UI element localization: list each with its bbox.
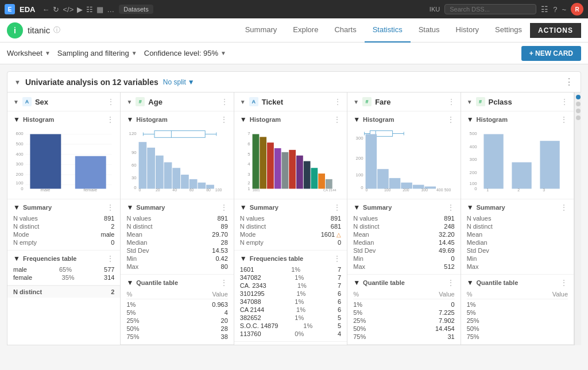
age-hist-more[interactable]: ⋮ bbox=[220, 115, 228, 124]
pclass-quant-more[interactable]: ⋮ bbox=[560, 278, 568, 287]
sex-freq-collapse[interactable]: ▼ bbox=[13, 255, 20, 263]
confidence-label: Confidence level: 95% bbox=[144, 49, 218, 57]
sex-collapse-icon[interactable]: ▼ bbox=[13, 99, 19, 105]
ticket-hist-collapse[interactable]: ▼ bbox=[240, 115, 247, 124]
no-split-button[interactable]: No split ▼ bbox=[163, 78, 195, 86]
svg-text:0: 0 bbox=[361, 185, 364, 190]
activity-icon[interactable]: ~ bbox=[562, 5, 566, 14]
sex-freq-header: ▼ Frequencies table ⋮ bbox=[13, 254, 114, 263]
ticket-sum-collapse[interactable]: ▼ bbox=[240, 203, 247, 211]
sex-ndistinct-row: N distinct 2 bbox=[13, 222, 114, 230]
age-more-icon[interactable]: ⋮ bbox=[221, 98, 228, 106]
scroll-dot-2[interactable] bbox=[576, 102, 581, 106]
ticket-collapse-icon[interactable]: ▼ bbox=[240, 99, 246, 105]
pclass-sum-collapse[interactable]: ▼ bbox=[467, 203, 474, 211]
scroll-dot-3[interactable] bbox=[576, 109, 581, 113]
ticket-hist-title: Histogram bbox=[250, 116, 281, 123]
tab-status[interactable]: Status bbox=[411, 18, 448, 43]
section-more-icon[interactable]: ⋮ bbox=[564, 76, 574, 87]
pclass-histogram: 500 400 300 200 100 0 1 2 bbox=[467, 126, 568, 195]
fare-quant-more[interactable]: ⋮ bbox=[447, 278, 455, 287]
fare-quant-collapse[interactable]: ▼ bbox=[353, 279, 360, 287]
sex-nvalues-value: 891 bbox=[104, 215, 114, 222]
nav-icon-play[interactable]: ▶ bbox=[77, 5, 83, 14]
ticket-hist-more[interactable]: ⋮ bbox=[333, 115, 341, 124]
svg-text:400: 400 bbox=[436, 188, 443, 192]
sex-freq-more[interactable]: ⋮ bbox=[106, 254, 114, 263]
info-icon: ⓘ bbox=[53, 25, 60, 35]
age-quant-collapse[interactable]: ▼ bbox=[126, 279, 133, 287]
tab-settings[interactable]: Settings bbox=[487, 18, 530, 43]
sex-sum-more[interactable]: ⋮ bbox=[106, 203, 114, 212]
age-sum-more[interactable]: ⋮ bbox=[220, 203, 228, 212]
nav-icon-code[interactable]: </> bbox=[63, 5, 74, 14]
search-input[interactable] bbox=[444, 4, 536, 14]
fare-more-icon[interactable]: ⋮ bbox=[448, 98, 455, 106]
tab-statistics[interactable]: Statistics bbox=[365, 18, 411, 43]
worksheet-dropdown[interactable]: Worksheet ▼ bbox=[7, 49, 51, 57]
fare-quant-title: Quantile table bbox=[363, 279, 405, 286]
right-scrollbar[interactable] bbox=[574, 92, 581, 345]
svg-rect-73 bbox=[389, 178, 401, 189]
pclass-collapse-icon[interactable]: ▼ bbox=[467, 99, 473, 105]
tab-explore[interactable]: Explore bbox=[285, 18, 326, 43]
pclass-hist-more[interactable]: ⋮ bbox=[560, 115, 568, 124]
nav-icon-grid[interactable]: ☷ bbox=[86, 5, 93, 14]
tab-summary[interactable]: Summary bbox=[237, 18, 285, 43]
ticket-hist-header: ▼ Histogram ⋮ bbox=[240, 115, 341, 124]
svg-rect-90 bbox=[512, 162, 531, 188]
section-collapse-icon[interactable]: ▼ bbox=[14, 79, 21, 86]
actions-button[interactable]: ACTIONS bbox=[530, 23, 581, 38]
ticket-more-icon[interactable]: ⋮ bbox=[334, 98, 341, 106]
sex-more-icon[interactable]: ⋮ bbox=[107, 98, 114, 106]
user-avatar[interactable]: R bbox=[571, 3, 583, 16]
new-card-button[interactable]: + NEW CARD bbox=[521, 46, 581, 61]
freq-male-label: male bbox=[13, 266, 27, 273]
ticket-card-title: Ticket bbox=[262, 98, 283, 106]
age-quant-more[interactable]: ⋮ bbox=[220, 278, 228, 287]
age-q5-val: 4 bbox=[225, 309, 228, 316]
nav-icon-table[interactable]: ▦ bbox=[96, 5, 103, 14]
sex-hist-collapse[interactable]: ▼ bbox=[13, 115, 20, 124]
age-std-val: 14.53 bbox=[212, 247, 228, 254]
nav-icon-more[interactable]: … bbox=[107, 5, 114, 14]
nav-icon-refresh[interactable]: ↻ bbox=[53, 5, 59, 14]
sampling-dropdown[interactable]: Sampling and filtering ▼ bbox=[57, 49, 137, 57]
confidence-dropdown[interactable]: Confidence level: 95% ▼ bbox=[144, 49, 226, 57]
age-collapse-icon[interactable]: ▼ bbox=[126, 99, 132, 105]
age-hist-collapse[interactable]: ▼ bbox=[126, 115, 133, 124]
fare-hist-collapse[interactable]: ▼ bbox=[353, 115, 360, 124]
sex-sum-collapse[interactable]: ▼ bbox=[13, 203, 20, 211]
sex-hist-more[interactable]: ⋮ bbox=[106, 115, 114, 124]
apps-icon[interactable]: ☷ bbox=[541, 5, 548, 14]
fare-sum-more[interactable]: ⋮ bbox=[447, 203, 455, 212]
svg-text:100: 100 bbox=[16, 180, 24, 186]
fare-summary-table: N values891 N distinct248 Mean32.20 Medi… bbox=[353, 214, 454, 271]
pclass-sum-more[interactable]: ⋮ bbox=[560, 203, 568, 212]
fare-quantile-section: ▼ Quantile table ⋮ % Value 1%0 5%7.225 2… bbox=[347, 275, 460, 345]
ticket-freq-more[interactable]: ⋮ bbox=[333, 254, 341, 263]
nav-icons-group: ← ↻ </> ▶ ☷ ▦ … bbox=[42, 5, 114, 14]
fare-hist-more[interactable]: ⋮ bbox=[447, 115, 455, 124]
fare-sum-collapse[interactable]: ▼ bbox=[353, 203, 360, 211]
scroll-dot-1[interactable] bbox=[576, 95, 581, 99]
pclass-quant-collapse[interactable]: ▼ bbox=[467, 279, 474, 287]
fare-collapse-icon[interactable]: ▼ bbox=[353, 99, 359, 105]
help-icon[interactable]: ? bbox=[553, 5, 557, 14]
scroll-dot-4[interactable] bbox=[576, 115, 581, 120]
tab-charts[interactable]: Charts bbox=[326, 18, 364, 43]
age-sum-collapse[interactable]: ▼ bbox=[126, 203, 133, 211]
tab-history[interactable]: History bbox=[448, 18, 487, 43]
sex-card-title: Sex bbox=[35, 98, 48, 106]
dataset-pill[interactable]: Datasets bbox=[119, 5, 153, 14]
ticket-sum-more[interactable]: ⋮ bbox=[333, 203, 341, 212]
nav-icon-arrow[interactable]: ← bbox=[42, 5, 49, 14]
app-logo: i bbox=[7, 22, 23, 38]
svg-text:400: 400 bbox=[469, 144, 477, 149]
pclass-hist-collapse[interactable]: ▼ bbox=[467, 115, 474, 124]
fare-sum-header: ▼ Summary ⋮ bbox=[353, 203, 454, 212]
pclass-more-icon[interactable]: ⋮ bbox=[561, 98, 568, 106]
freq-male-pct: 65% bbox=[59, 266, 72, 273]
fare-type-badge: # bbox=[362, 97, 372, 106]
ticket-freq-collapse[interactable]: ▼ bbox=[240, 255, 247, 263]
